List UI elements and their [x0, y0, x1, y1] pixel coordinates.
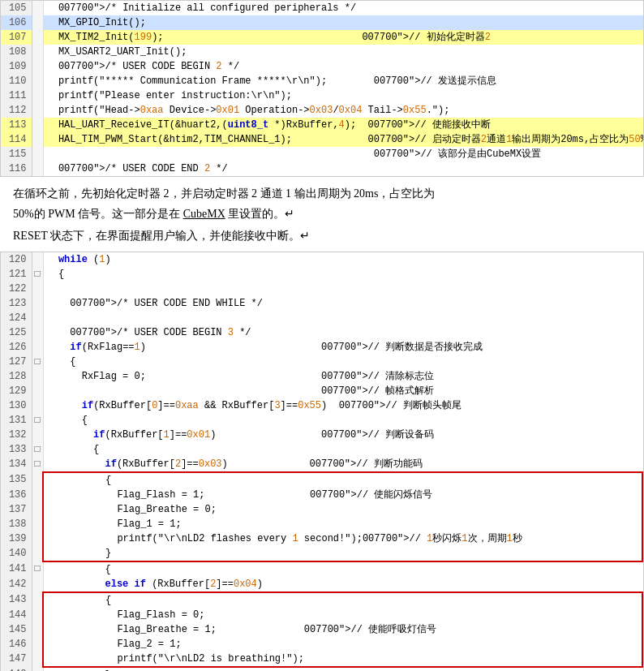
code-content: 007700">/* USER CODE END 2 */ [43, 161, 644, 176]
line-number: 112 [1, 103, 32, 118]
fold-indicator[interactable] [32, 325, 43, 340]
code-content: { [43, 561, 642, 577]
fold-indicator[interactable] [32, 517, 43, 531]
fold-indicator[interactable] [32, 252, 43, 267]
top-code-section: 105 007700">/* Initialize all configured… [0, 0, 644, 177]
fold-indicator[interactable] [32, 577, 43, 592]
fold-indicator[interactable] [32, 546, 43, 561]
table-row: 138 Flag_1 = 1; [1, 517, 642, 531]
code-content: } [43, 546, 642, 561]
fold-indicator[interactable] [32, 147, 43, 161]
table-row: 129 007700">// 帧格式解析 [1, 384, 642, 398]
code-content: 007700">/* USER CODE BEGIN 2 */ [43, 59, 644, 74]
table-row: 134□ if(RxBuffer[2]==0x03) 007700">// 判断… [1, 457, 642, 472]
fold-indicator[interactable] [32, 592, 43, 608]
table-row: 126 if(RxFlag==1) 007700">// 判断数据是否接收完成 [1, 340, 642, 355]
table-row: 147 printf("\r\nLD2 is breathing!"); [1, 652, 642, 667]
line-number: 108 [1, 45, 32, 59]
fold-indicator[interactable]: □ [32, 267, 43, 282]
line-number: 115 [1, 147, 32, 161]
fold-indicator[interactable] [32, 132, 43, 147]
fold-indicator[interactable]: □ [32, 442, 43, 457]
fold-indicator[interactable] [32, 88, 43, 103]
text-para1: 在循环之前，先初始化定时器 2，并启动定时器 2 通道 1 输出周期为 20ms… [13, 183, 631, 224]
bottom-code-table: 120 while (1)121□ {122123 007700">/* USE… [1, 252, 643, 671]
code-content: Flag_2 = 1; [43, 637, 642, 652]
code-content: Flag_Breathe = 1; 007700">// 使能呼吸灯信号 [43, 622, 642, 637]
code-content: Flag_Flash = 1; 007700">// 使能闪烁信号 [43, 488, 642, 502]
fold-indicator[interactable] [32, 15, 43, 30]
table-row: 137 Flag_Breathe = 0; [1, 502, 642, 517]
line-number: 145 [1, 622, 32, 637]
cubemx-underline: CubeMX [183, 208, 225, 220]
table-row: 124 [1, 311, 642, 325]
text-para2: RESET 状态下，在界面提醒用户输入，并使能接收中断。↵ [13, 226, 631, 246]
line-number: 131 [1, 413, 32, 428]
fold-indicator[interactable] [32, 428, 43, 442]
table-row: 132 if(RxBuffer[1]==0x01) 007700">// 判断设… [1, 428, 642, 442]
code-content: { [43, 472, 642, 488]
line-number: 142 [1, 577, 32, 592]
fold-indicator[interactable]: □ [32, 355, 43, 369]
fold-indicator[interactable]: □ [32, 457, 43, 472]
fold-indicator[interactable]: □ [32, 561, 43, 577]
fold-indicator[interactable] [32, 667, 43, 671]
code-content: } [43, 667, 642, 671]
fold-indicator[interactable] [32, 398, 43, 413]
table-row: 108 MX_USART2_UART_Init(); [1, 45, 644, 59]
fold-indicator[interactable] [32, 652, 43, 667]
code-content: RxFlag = 0; 007700">// 清除标志位 [43, 369, 642, 384]
line-number: 136 [1, 488, 32, 502]
fold-indicator[interactable] [32, 1, 43, 15]
fold-indicator[interactable] [32, 59, 43, 74]
line-number: 127 [1, 355, 32, 369]
table-row: 110 printf("***** Communication Frame **… [1, 74, 644, 88]
line-number: 122 [1, 282, 32, 296]
code-content: MX_GPIO_Init(); [43, 15, 644, 30]
fold-indicator[interactable] [32, 103, 43, 118]
fold-indicator[interactable] [32, 340, 43, 355]
table-row: 120 while (1) [1, 252, 642, 267]
code-content: { [43, 413, 642, 428]
table-row: 146 Flag_2 = 1; [1, 637, 642, 652]
fold-indicator[interactable] [32, 161, 43, 176]
line-number: 146 [1, 637, 32, 652]
code-content: HAL_TIM_PWM_Start(&htim2,TIM_CHANNEL_1);… [43, 132, 644, 147]
code-content: 007700">// 帧格式解析 [43, 384, 642, 398]
code-content: MX_TIM2_Init(199); 007700">// 初始化定时器2 [43, 30, 644, 45]
table-row: 125 007700">/* USER CODE BEGIN 3 */ [1, 325, 642, 340]
fold-indicator[interactable] [32, 531, 43, 546]
table-row: 131□ { [1, 413, 642, 428]
fold-indicator[interactable] [32, 282, 43, 296]
fold-indicator[interactable] [32, 637, 43, 652]
line-number: 130 [1, 398, 32, 413]
fold-indicator[interactable]: □ [32, 413, 43, 428]
fold-indicator[interactable] [32, 384, 43, 398]
line-number: 109 [1, 59, 32, 74]
table-row: 141□ { [1, 561, 642, 577]
line-number: 114 [1, 132, 32, 147]
fold-indicator[interactable] [32, 502, 43, 517]
fold-indicator[interactable] [32, 45, 43, 59]
fold-indicator[interactable] [32, 488, 43, 502]
fold-indicator[interactable] [32, 30, 43, 45]
fold-indicator[interactable] [32, 118, 43, 132]
code-content: else if (RxBuffer[2]==0x04) [43, 577, 642, 592]
table-row: 139 printf("\r\nLD2 flashes every 1 seco… [1, 531, 642, 546]
fold-indicator[interactable] [32, 296, 43, 311]
fold-indicator[interactable] [32, 622, 43, 637]
code-content: while (1) [43, 252, 642, 267]
code-content: printf("Head->0xaa Device->0x01 Operatio… [43, 103, 644, 118]
code-content: 007700">/* USER CODE END WHILE */ [43, 296, 642, 311]
table-row: 105 007700">/* Initialize all configured… [1, 1, 644, 15]
line-number: 110 [1, 74, 32, 88]
table-row: 143 { [1, 592, 642, 608]
line-number: 126 [1, 340, 32, 355]
fold-indicator[interactable] [32, 369, 43, 384]
code-content [43, 282, 642, 296]
fold-indicator[interactable] [32, 472, 43, 488]
fold-indicator[interactable] [32, 74, 43, 88]
fold-indicator[interactable] [32, 311, 43, 325]
fold-indicator[interactable] [32, 608, 43, 622]
line-number: 123 [1, 296, 32, 311]
